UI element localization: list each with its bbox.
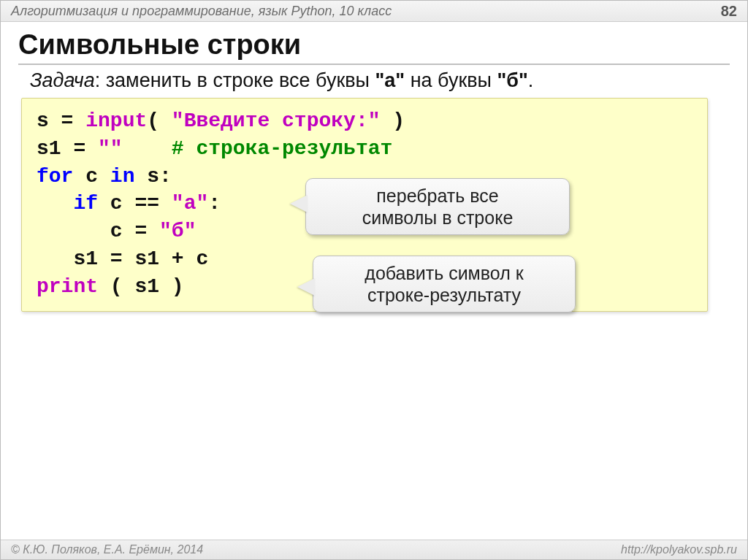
code-box: s = input( "Введите строку:" )s1 = "" # … (21, 98, 708, 312)
code-l5-str: "б" (159, 220, 196, 242)
task-statement: Задача: заменить в строке все буквы "а" … (30, 69, 718, 92)
code-l3-mid: c (73, 165, 110, 188)
code-l1-input: input (85, 110, 147, 132)
code-l2-str: "" (98, 137, 123, 160)
callout-append-line2: строке-результату (328, 284, 560, 306)
code-l4-tail: : (208, 192, 221, 215)
code-l7-tail: ( s1 ) (98, 275, 184, 298)
task-quote-a: "а" (375, 69, 405, 91)
course-title: Алгоритмизация и программирование, язык … (11, 4, 392, 19)
header-bar: Алгоритмизация и программирование, язык … (1, 1, 747, 22)
code-l3-tail: s: (134, 165, 171, 188)
code-l4-mid: c == (98, 192, 172, 215)
code-l1-a: s = (37, 110, 85, 132)
code-l1-po: ( (147, 110, 172, 132)
callout-iterate-line2: символы в строке (321, 207, 554, 229)
code-l4-indent (37, 192, 73, 215)
code-l2-gap (123, 137, 172, 160)
footer-bar: © К.Ю. Поляков, Е.А. Ерёмин, 2014 http:/… (1, 540, 747, 559)
footer-copyright: © К.Ю. Поляков, Е.А. Ерёмин, 2014 (11, 543, 203, 556)
slide-title: Символьные строки (18, 29, 730, 65)
code-l4-str: "а" (172, 192, 208, 215)
callout-iterate-line1: перебрать все (321, 185, 554, 207)
callout-iterate: перебрать все символы в строке (305, 178, 570, 235)
callout-append: добавить символ к строке-результату (313, 256, 576, 312)
code-l2-cmt: # строка-результат (172, 137, 392, 160)
code-l6: s1 = s1 + c (73, 248, 208, 270)
task-text-middle: на буквы (405, 69, 497, 91)
code-l6-indent (37, 248, 73, 270)
code-l3-in: in (110, 165, 135, 188)
code-l5-indent (37, 220, 110, 242)
code-l1-str: "Введите строку:" (172, 110, 381, 132)
callout-tail-icon (290, 195, 308, 212)
task-text-before: : заменить в строке все буквы (95, 69, 375, 91)
callout-tail-icon (297, 278, 315, 296)
code-l7-print: print (37, 275, 98, 298)
code-l5-a: c = (110, 220, 159, 242)
page-number: 82 (721, 3, 737, 20)
code-l4-if: if (73, 192, 98, 215)
callout-append-line1: добавить символ к (328, 262, 560, 284)
task-tail: . (528, 69, 534, 91)
code-l1-pc: ) (381, 110, 405, 132)
slide-page: Алгоритмизация и программирование, язык … (0, 0, 748, 560)
task-label: Задача (30, 69, 95, 91)
code-l3-for: for (37, 165, 73, 188)
footer-url: http://kpolyakov.spb.ru (621, 543, 737, 556)
code-l2-a: s1 = (37, 137, 98, 160)
task-quote-b: "б" (497, 69, 528, 91)
